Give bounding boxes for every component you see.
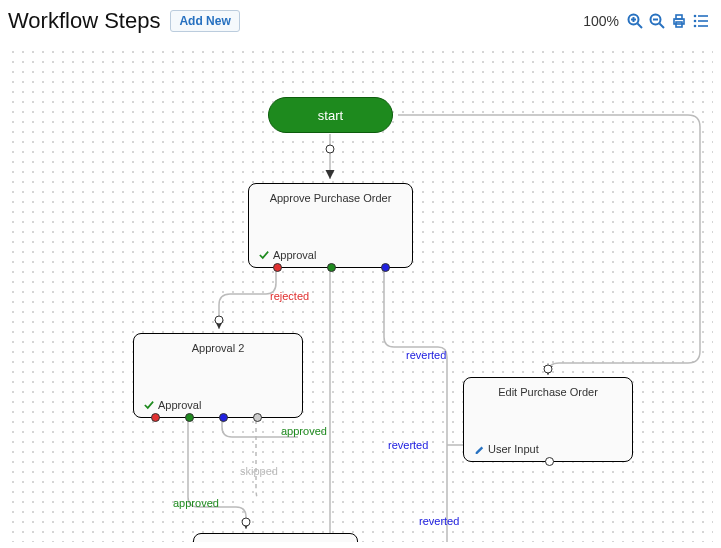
svg-rect-11: [698, 15, 708, 17]
svg-line-1: [638, 24, 643, 29]
svg-point-16: [326, 145, 334, 153]
list-icon[interactable]: [693, 13, 709, 29]
check-icon: [144, 400, 154, 410]
svg-point-17: [215, 316, 223, 324]
label-reverted-3: reverted: [419, 515, 459, 527]
node-start-label: start: [318, 108, 343, 123]
svg-rect-13: [698, 20, 708, 22]
port-rejected[interactable]: [151, 413, 160, 422]
node-approval2-sub: Approval: [144, 399, 201, 411]
node-edit-po-sub-label: User Input: [488, 443, 539, 455]
label-approved-1: approved: [281, 425, 327, 437]
add-new-button[interactable]: Add New: [170, 10, 239, 32]
label-skipped: skipped: [240, 465, 278, 477]
node-approval2-title: Approval 2: [134, 334, 302, 354]
node-start[interactable]: start: [268, 97, 393, 133]
svg-line-5: [660, 24, 665, 29]
label-reverted-1: reverted: [406, 349, 446, 361]
svg-rect-15: [698, 25, 708, 27]
svg-point-12: [694, 20, 697, 23]
node-approve-po[interactable]: Approve Purchase Order Approval: [248, 183, 413, 268]
port-out[interactable]: [545, 457, 554, 466]
svg-point-14: [694, 25, 697, 28]
node-approval3[interactable]: Approval 3: [193, 533, 358, 542]
port-reverted[interactable]: [219, 413, 228, 422]
port-rejected[interactable]: [273, 263, 282, 272]
zoom-in-icon[interactable]: [627, 13, 643, 29]
port-approved[interactable]: [185, 413, 194, 422]
zoom-level: 100%: [583, 13, 619, 29]
zoom-out-icon[interactable]: [649, 13, 665, 29]
node-approval3-title: Approval 3: [194, 534, 357, 542]
label-rejected: rejected: [270, 290, 309, 302]
workflow-canvas[interactable]: start Approve Purchase Order Approval Ap…: [8, 46, 713, 542]
port-reverted[interactable]: [381, 263, 390, 272]
node-edit-po[interactable]: Edit Purchase Order User Input: [463, 377, 633, 462]
node-edit-po-sub: User Input: [474, 443, 539, 455]
node-approval2-sub-label: Approval: [158, 399, 201, 411]
svg-point-10: [694, 15, 697, 18]
pencil-icon: [474, 444, 484, 454]
svg-point-18: [242, 518, 250, 526]
node-approve-po-sub-label: Approval: [273, 249, 316, 261]
node-edit-po-title: Edit Purchase Order: [464, 378, 632, 398]
node-approve-po-title: Approve Purchase Order: [249, 184, 412, 204]
node-approve-po-sub: Approval: [259, 249, 316, 261]
print-icon[interactable]: [671, 13, 687, 29]
page-title: Workflow Steps: [8, 8, 160, 34]
svg-rect-8: [676, 15, 682, 19]
svg-point-19: [544, 365, 552, 373]
label-approved-2: approved: [173, 497, 219, 509]
port-approved[interactable]: [327, 263, 336, 272]
port-skipped[interactable]: [253, 413, 262, 422]
node-approval2[interactable]: Approval 2 Approval: [133, 333, 303, 418]
label-reverted-2: reverted: [388, 439, 428, 451]
check-icon: [259, 250, 269, 260]
